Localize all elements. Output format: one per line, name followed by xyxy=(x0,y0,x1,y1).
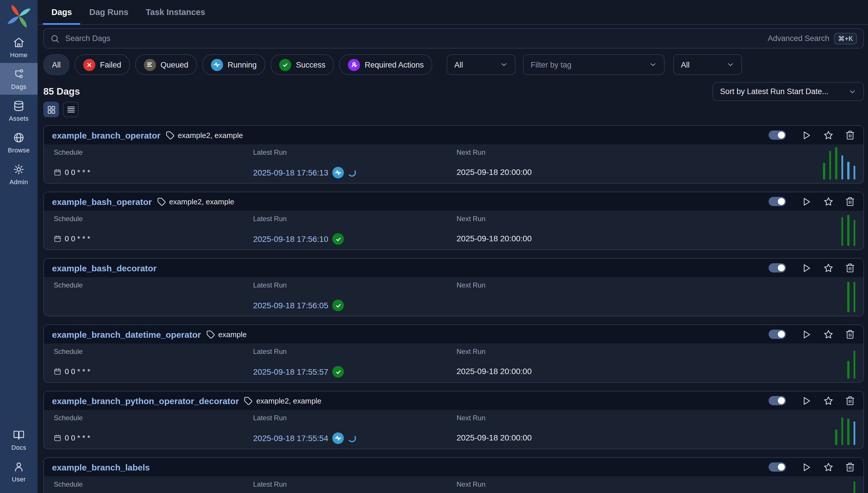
sidebar-item-dags[interactable]: Dags xyxy=(0,63,38,95)
card-view-button[interactable] xyxy=(43,102,59,117)
run-bar[interactable] xyxy=(847,419,849,445)
trigger-dag-button[interactable] xyxy=(801,462,812,472)
trigger-dag-button[interactable] xyxy=(801,395,812,406)
dag-card: example_branch_python_operator_decorator… xyxy=(43,391,864,449)
run-bar[interactable] xyxy=(853,422,855,445)
favorite-dag-button[interactable] xyxy=(823,462,834,472)
run-bar[interactable] xyxy=(847,215,849,246)
filter-chip-queued[interactable]: Queued xyxy=(135,54,197,75)
sidebar-item-docs[interactable]: Docs xyxy=(0,424,38,455)
sidebar-item-home[interactable]: Home xyxy=(0,31,38,63)
dag-title[interactable]: example_branch_datetime_operator xyxy=(52,329,201,339)
failed-icon xyxy=(83,59,95,71)
favorite-dag-button[interactable] xyxy=(823,329,834,340)
run-bar[interactable] xyxy=(823,163,825,179)
run-status-icon[interactable] xyxy=(332,300,344,311)
delete-dag-button[interactable] xyxy=(845,462,855,472)
favorite-dag-button[interactable] xyxy=(823,395,834,406)
favorite-dag-button[interactable] xyxy=(823,196,834,207)
next-run-column-label: Next Run xyxy=(457,414,485,422)
advanced-search-link[interactable]: Advanced Search xyxy=(768,34,829,43)
latest-run-column-label: Latest Run xyxy=(253,480,287,488)
favorite-dag-button[interactable] xyxy=(823,262,834,273)
dag-pause-toggle[interactable] xyxy=(769,396,786,405)
schedule-cron: 0 0 * * * xyxy=(65,367,90,376)
run-bar[interactable] xyxy=(835,147,837,179)
dag-run-history-chart xyxy=(847,346,855,379)
paused-filter-select[interactable]: All xyxy=(673,54,742,75)
run-status-icon[interactable] xyxy=(332,432,344,444)
run-bar[interactable] xyxy=(853,166,855,179)
delete-dag-button[interactable] xyxy=(845,395,855,406)
dag-pause-toggle[interactable] xyxy=(769,197,786,206)
dag-pause-toggle[interactable] xyxy=(769,330,786,339)
tab-task-instances[interactable]: Task Instances xyxy=(137,0,214,24)
dag-title[interactable]: example_branch_python_operator_decorator xyxy=(52,396,239,406)
airflow-app: Home Dags Assets Browse Admin xyxy=(0,0,868,493)
run-status-icon[interactable] xyxy=(332,233,344,245)
dag-controls xyxy=(769,395,855,406)
sidebar-item-user[interactable]: User xyxy=(0,455,38,487)
run-status-icon[interactable] xyxy=(332,366,344,378)
sidebar-item-browse[interactable]: Browse xyxy=(0,126,38,158)
run-bar[interactable] xyxy=(853,350,855,379)
dag-pause-toggle[interactable] xyxy=(769,263,786,273)
sidebar-item-admin[interactable]: Admin xyxy=(0,158,38,190)
latest-run-time[interactable]: 2025-09-18 17:55:57 xyxy=(253,367,328,377)
dag-title[interactable]: example_bash_decorator xyxy=(52,263,157,273)
filter-chip-success[interactable]: Success xyxy=(270,54,334,75)
airflow-logo-icon[interactable] xyxy=(6,3,32,29)
trigger-dag-button[interactable] xyxy=(801,262,812,273)
dag-title[interactable]: example_bash_operator xyxy=(52,197,152,207)
run-bar[interactable] xyxy=(841,217,843,246)
tag-filter-select[interactable]: Filter by tag xyxy=(523,54,665,75)
dag-count: 85 Dags xyxy=(43,86,80,97)
dag-tags: example xyxy=(206,330,246,339)
delete-dag-button[interactable] xyxy=(845,130,855,140)
run-bar[interactable] xyxy=(841,417,843,445)
latest-run-value: 2025-09-18 17:56:05 xyxy=(253,300,344,311)
trigger-dag-button[interactable] xyxy=(801,130,812,141)
dag-pause-toggle[interactable] xyxy=(769,130,786,140)
run-bar[interactable] xyxy=(847,282,849,312)
tab-dags[interactable]: Dags xyxy=(43,0,81,24)
trash-icon xyxy=(845,196,855,207)
latest-run-time[interactable]: 2025-09-18 17:56:05 xyxy=(253,301,328,310)
run-bar[interactable] xyxy=(829,151,831,179)
list-icon xyxy=(66,105,76,114)
dag-title[interactable]: example_branch_labels xyxy=(52,462,150,472)
filter-chip-running[interactable]: Running xyxy=(202,54,265,75)
sidebar: Home Dags Assets Browse Admin xyxy=(0,0,38,493)
table-view-button[interactable] xyxy=(63,102,79,117)
search-input[interactable] xyxy=(64,34,763,43)
run-bar[interactable] xyxy=(841,155,843,179)
dag-pause-toggle[interactable] xyxy=(769,463,786,472)
trigger-dag-button[interactable] xyxy=(801,329,812,340)
delete-dag-button[interactable] xyxy=(845,329,855,339)
state-filter-select[interactable]: All xyxy=(447,54,516,75)
favorite-dag-button[interactable] xyxy=(823,130,834,141)
delete-dag-button[interactable] xyxy=(845,196,855,207)
sort-select[interactable]: Sort by Latest Run Start Date... xyxy=(712,82,864,101)
filter-chip-failed[interactable]: Failed xyxy=(75,54,130,75)
latest-run-time[interactable]: 2025-09-18 17:55:54 xyxy=(253,433,328,443)
filter-chip-all[interactable]: All xyxy=(43,54,69,75)
sidebar-item-assets[interactable]: Assets xyxy=(0,95,38,126)
delete-dag-button[interactable] xyxy=(845,263,855,273)
sidebar-item-label: Assets xyxy=(9,115,28,122)
latest-run-column-label: Latest Run xyxy=(253,347,287,356)
dag-title[interactable]: example_branch_operator xyxy=(52,130,160,140)
run-bar[interactable] xyxy=(847,162,849,179)
dag-card-body: Schedule Latest Run Next Run 0 0 * * * 2… xyxy=(44,410,863,449)
trigger-dag-button[interactable] xyxy=(801,196,812,207)
run-bar[interactable] xyxy=(835,429,837,445)
run-bar[interactable] xyxy=(853,481,855,493)
run-status-icon[interactable] xyxy=(332,167,344,178)
run-bar[interactable] xyxy=(853,282,855,312)
filter-chip-required-actions[interactable]: Required Actions xyxy=(339,54,432,75)
run-bar[interactable] xyxy=(853,220,855,246)
latest-run-time[interactable]: 2025-09-18 17:56:13 xyxy=(253,168,328,177)
run-bar[interactable] xyxy=(847,361,849,379)
tab-dag-runs[interactable]: Dag Runs xyxy=(81,0,137,24)
latest-run-time[interactable]: 2025-09-18 17:56:10 xyxy=(253,234,328,243)
